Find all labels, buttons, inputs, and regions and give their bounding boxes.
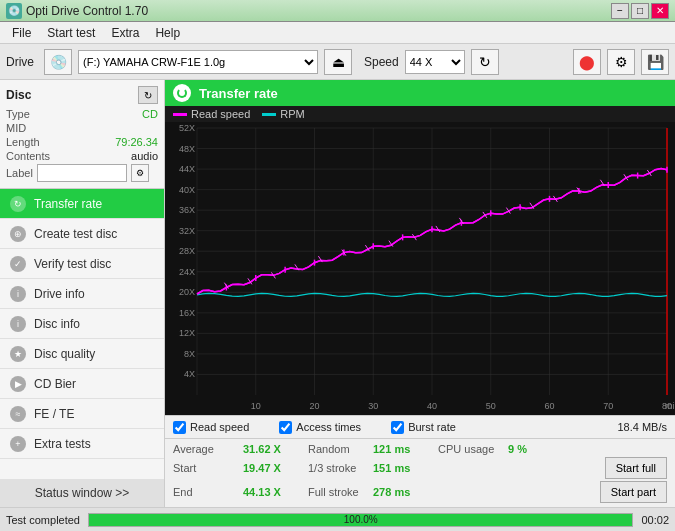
settings-btn[interactable]: ⚙ (607, 49, 635, 75)
stats-area: Average 31.62 X Random 121 ms CPU usage … (165, 439, 675, 507)
status-window-btn[interactable]: Status window >> (0, 479, 164, 507)
cpu-usage-value: 9 % (508, 443, 548, 455)
random-label: Random (308, 443, 373, 455)
nav-extra-tests-label: Extra tests (34, 437, 91, 451)
drive-icon-btn[interactable]: 💿 (44, 49, 72, 75)
disc-contents-label: Contents (6, 150, 50, 162)
nav-drive-info[interactable]: i Drive info (0, 279, 164, 309)
stroke1-3-label: 1/3 stroke (308, 462, 373, 474)
create-test-disc-icon: ⊕ (10, 226, 26, 242)
disc-panel: Disc ↻ Type CD MID Length 79:26.34 Conte… (0, 80, 164, 189)
eject-btn[interactable]: ⏏ (324, 49, 352, 75)
stroke1-3-value: 151 ms (373, 462, 438, 474)
random-value: 121 ms (373, 443, 438, 455)
start-part-button[interactable]: Start part (600, 481, 667, 503)
average-value: 31.62 X (243, 443, 308, 455)
disc-refresh-btn[interactable]: ↻ (138, 86, 158, 104)
nav-drive-info-label: Drive info (34, 287, 85, 301)
nav-verify-test-disc[interactable]: ✓ Verify test disc (0, 249, 164, 279)
chart-legend: Read speed RPM (165, 106, 675, 122)
speed-select[interactable]: 44 X (405, 50, 465, 74)
app-title: Opti Drive Control 1.70 (26, 4, 148, 18)
title-bar: 💿 Opti Drive Control 1.70 − □ ✕ (0, 0, 675, 22)
time-text: 00:02 (641, 514, 669, 526)
nav-fe-te[interactable]: ≈ FE / TE (0, 399, 164, 429)
nav-extra-tests[interactable]: + Extra tests (0, 429, 164, 459)
legend-read-speed-label: Read speed (191, 108, 250, 120)
menu-help[interactable]: Help (147, 24, 188, 42)
title-bar-left: 💿 Opti Drive Control 1.70 (6, 3, 148, 19)
disc-label-input[interactable] (37, 164, 127, 182)
speed-label: Speed (364, 55, 399, 69)
progress-container: 100.0% (88, 513, 633, 527)
nav-disc-info-label: Disc info (34, 317, 80, 331)
access-times-check-text: Access times (296, 421, 361, 433)
menu-file[interactable]: File (4, 24, 39, 42)
burst-rate-check-label[interactable]: Burst rate (391, 421, 456, 434)
sidebar: Disc ↻ Type CD MID Length 79:26.34 Conte… (0, 80, 165, 507)
legend-rpm-label: RPM (280, 108, 304, 120)
nav-create-test-disc[interactable]: ⊕ Create test disc (0, 219, 164, 249)
nav-cd-bier[interactable]: ▶ CD Bier (0, 369, 164, 399)
start-label: Start (173, 462, 243, 474)
nav-fe-te-label: FE / TE (34, 407, 74, 421)
nav-cd-bier-label: CD Bier (34, 377, 76, 391)
disc-length-value: 79:26.34 (115, 136, 158, 148)
menu-extra[interactable]: Extra (103, 24, 147, 42)
start-full-button[interactable]: Start full (605, 457, 667, 479)
full-stroke-label: Full stroke (308, 486, 373, 498)
burst-rate-check-text: Burst rate (408, 421, 456, 433)
close-button[interactable]: ✕ (651, 3, 669, 19)
main-area: Disc ↻ Type CD MID Length 79:26.34 Conte… (0, 80, 675, 507)
drive-info-icon: i (10, 286, 26, 302)
app-icon: 💿 (6, 3, 22, 19)
disc-label-label: Label (6, 167, 33, 179)
disc-length-label: Length (6, 136, 40, 148)
access-times-check-label[interactable]: Access times (279, 421, 361, 434)
end-label: End (173, 486, 243, 498)
menu-start-test[interactable]: Start test (39, 24, 103, 42)
disc-quality-icon: ★ (10, 346, 26, 362)
cd-bier-icon: ▶ (10, 376, 26, 392)
nav-verify-test-disc-label: Verify test disc (34, 257, 111, 271)
toolbar: Drive 💿 (F:) YAMAHA CRW-F1E 1.0g ⏏ Speed… (0, 44, 675, 80)
progress-text: 100.0% (89, 514, 632, 526)
checkboxes-row: Read speed Access times Burst rate 18.4 … (165, 415, 675, 439)
drive-select[interactable]: (F:) YAMAHA CRW-F1E 1.0g (78, 50, 318, 74)
nav-disc-info[interactable]: i Disc info (0, 309, 164, 339)
cpu-usage-label: CPU usage (438, 443, 508, 455)
maximize-button[interactable]: □ (631, 3, 649, 19)
disc-type-label: Type (6, 108, 30, 120)
nav-transfer-rate[interactable]: ↻ Transfer rate (0, 189, 164, 219)
legend-read-speed: Read speed (173, 108, 250, 120)
disc-info-icon: i (10, 316, 26, 332)
average-label: Average (173, 443, 243, 455)
disc-mid-label: MID (6, 122, 26, 134)
extra-tests-icon: + (10, 436, 26, 452)
save-btn[interactable]: 💾 (641, 49, 669, 75)
burst-rate-checkbox[interactable] (391, 421, 404, 434)
drive-label: Drive (6, 55, 34, 69)
legend-rpm-color (262, 113, 276, 116)
disc-title: Disc (6, 88, 31, 102)
disc-contents-value: audio (131, 150, 158, 162)
access-times-checkbox[interactable] (279, 421, 292, 434)
chart-container (165, 122, 675, 415)
end-value: 44.13 X (243, 486, 308, 498)
nav-disc-quality[interactable]: ★ Disc quality (0, 339, 164, 369)
read-speed-checkbox[interactable] (173, 421, 186, 434)
minimize-button[interactable]: − (611, 3, 629, 19)
nav-create-test-disc-label: Create test disc (34, 227, 117, 241)
refresh-btn[interactable]: ↻ (471, 49, 499, 75)
start-value: 19.47 X (243, 462, 308, 474)
erase-btn[interactable]: ⬤ (573, 49, 601, 75)
transfer-rate-icon: ↻ (10, 196, 26, 212)
label-settings-btn[interactable]: ⚙ (131, 164, 149, 182)
verify-test-disc-icon: ✓ (10, 256, 26, 272)
content-area: Transfer rate Read speed RPM Read speed (165, 80, 675, 507)
nav-items: ↻ Transfer rate ⊕ Create test disc ✓ Ver… (0, 189, 164, 479)
fe-te-icon: ≈ (10, 406, 26, 422)
window-controls: − □ ✕ (611, 3, 669, 19)
read-speed-check-label[interactable]: Read speed (173, 421, 249, 434)
status-text: Test completed (6, 514, 80, 526)
